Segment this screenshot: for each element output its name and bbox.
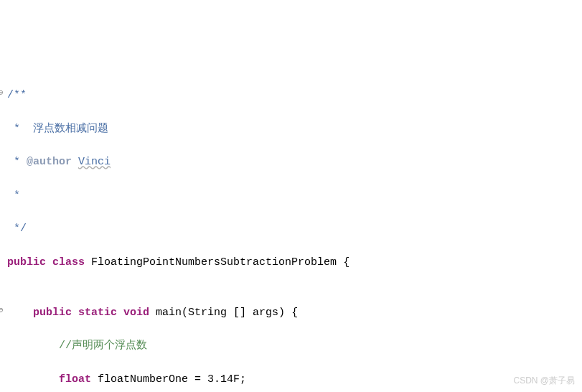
javadoc-close: */ — [7, 223, 27, 235]
javadoc-author-name: Vinci — [78, 156, 111, 168]
watermark: CSDN @萧子易 — [513, 374, 575, 388]
javadoc-star: * — [7, 190, 20, 202]
fold-indicator: ⊖ — [0, 304, 4, 317]
kw-void: void — [123, 307, 149, 319]
kw-class: class — [52, 256, 85, 269]
javadoc-star: * — [7, 156, 27, 168]
kw-public: public — [33, 307, 72, 319]
code-block: ⊖/** * 浮点数相减问题 * @author Vinci * */ publ… — [7, 70, 582, 392]
brace-open: { — [337, 256, 349, 269]
indent — [7, 307, 33, 319]
javadoc-star: * — [7, 123, 33, 135]
javadoc-desc: 浮点数相减问题 — [33, 123, 108, 135]
indent — [7, 340, 59, 352]
javadoc-open: /** — [7, 89, 27, 101]
indent — [7, 373, 59, 386]
class-name: FloatingPointNumbersSubtractionProblem — [91, 256, 337, 269]
fold-indicator: ⊖ — [0, 87, 4, 99]
javadoc-author-tag: @author — [27, 156, 72, 168]
kw-public: public — [7, 256, 46, 269]
main-signature: main(String [] args) { — [149, 307, 298, 319]
kw-float: float — [59, 373, 91, 386]
comment-declare: //声明两个浮点数 — [59, 340, 147, 352]
kw-static: static — [78, 307, 117, 319]
decl-float1: floatNumberOne = 3.14F; — [91, 373, 246, 386]
